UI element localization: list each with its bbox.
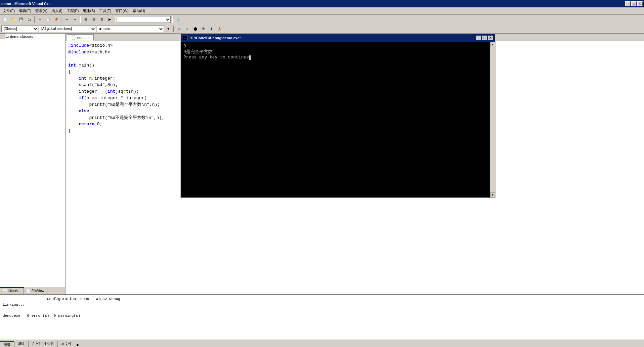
- console-title-text: ▪ "E:\Code\C\Debug\demo.exe": [183, 36, 476, 40]
- console-scrollbar: ▲ ▼: [490, 42, 495, 198]
- folder-icon: 🗂: [5, 35, 9, 39]
- sep6: [173, 26, 174, 32]
- tree-item-demo-classes[interactable]: + 🗂 demo classes: [1, 34, 64, 39]
- tab-fileview[interactable]: 📄 FileView: [24, 287, 47, 294]
- app-title: demo - Microsoft Visual C++: [1, 2, 625, 6]
- main-dropdown[interactable]: ◆ main: [97, 26, 164, 32]
- cut-button[interactable]: ✂: [36, 16, 44, 23]
- sep5: [172, 16, 173, 23]
- menu-insert[interactable]: 插入(I): [49, 8, 64, 14]
- save-all-button[interactable]: 🗂: [26, 16, 33, 23]
- console-scroll-up[interactable]: ▲: [490, 42, 495, 47]
- copy-button[interactable]: 📋: [44, 16, 52, 23]
- stop-btn[interactable]: ⊠: [98, 16, 105, 23]
- output-panel: --------------------Configuration: demo …: [0, 294, 644, 340]
- cursor: [249, 55, 251, 60]
- sep4: [115, 16, 116, 23]
- minimize-button[interactable]: _: [625, 1, 631, 6]
- class-tree: + 🗂 demo classes: [0, 34, 65, 287]
- menu-help[interactable]: 帮助(H): [131, 8, 147, 14]
- console-body: 9 9是完全平方数 Press any key to continue ▲ ▼: [181, 42, 495, 198]
- menu-bar: 文件(F) 编辑(E) 查看(V) 插入(I) 工程(P) 组建(B) 工具(T…: [0, 7, 644, 15]
- globals-dropdown[interactable]: [Globals]: [1, 26, 38, 32]
- run-btn[interactable]: 🏃: [216, 25, 223, 33]
- title-bar: demo - Microsoft Visual C++ _ □ ✕: [0, 0, 644, 7]
- console-window: ▪ "E:\Code\C\Debug\demo.exe" _ □ ✕ 9 9是完…: [180, 34, 496, 198]
- dropdown-arrow-btn[interactable]: ▼: [165, 25, 172, 33]
- console-line-3: Press any key to continue: [183, 55, 487, 60]
- console-scroll-down[interactable]: ▼: [490, 192, 495, 198]
- back-nav-btn[interactable]: ◁: [175, 25, 183, 33]
- paste-button[interactable]: 📌: [52, 16, 60, 23]
- redo-button[interactable]: ↪: [71, 16, 79, 23]
- tab-find1[interactable]: 在文件1中查找: [28, 341, 58, 347]
- left-panel-tabs: 📊 ClassV... 📄 FileView: [0, 287, 65, 294]
- console-title-bar: ▪ "E:\Code\C\Debug\demo.exe" _ □ ✕: [181, 34, 495, 42]
- console-close-btn[interactable]: ✕: [488, 36, 493, 40]
- output-line-1: --------------------Configuration: demo …: [3, 296, 641, 302]
- watch-btn[interactable]: 👁: [200, 25, 207, 33]
- console-minimize-btn[interactable]: _: [476, 36, 481, 40]
- step-btn[interactable]: ↡: [208, 25, 215, 33]
- console-app-icon: ▪: [183, 36, 187, 40]
- title-bar-buttons: _ □ ✕: [625, 1, 643, 6]
- members-dropdown[interactable]: [All global members]: [39, 26, 96, 32]
- tab-arrow[interactable]: ▶: [77, 343, 79, 347]
- console-line-2: 9是完全平方数: [183, 49, 487, 55]
- sep1: [34, 16, 35, 23]
- breakpoint-btn[interactable]: ⬤: [191, 25, 199, 33]
- toolbar1: 📄 📂 💾 🗂 ✂ 📋 📌 ↩ ↪ ⊞ ⊟ ⊠ ▶ 🔍: [0, 15, 644, 24]
- open-button[interactable]: 📂: [9, 16, 17, 23]
- console-title-label: "E:\Code\C\Debug\demo.exe": [189, 36, 241, 40]
- tab-find2[interactable]: 在文件: [58, 341, 75, 347]
- menu-tools[interactable]: 工具(T): [97, 8, 113, 14]
- build-btn[interactable]: ⊞: [82, 16, 89, 23]
- editor-tab-demo[interactable]: 📄 demo.c: [67, 34, 94, 41]
- menu-window[interactable]: 窗口(W): [113, 8, 131, 14]
- maximize-button[interactable]: □: [631, 1, 637, 6]
- console-maximize-btn[interactable]: □: [482, 36, 487, 40]
- console-line-1: 9: [183, 44, 487, 49]
- tab-classview[interactable]: 📊 ClassV...: [0, 287, 24, 294]
- undo-button[interactable]: ↩: [63, 16, 71, 23]
- menu-build[interactable]: 组建(B): [81, 8, 97, 14]
- save-button[interactable]: 💾: [17, 16, 25, 23]
- close-button[interactable]: ✕: [637, 1, 643, 6]
- config-dropdown[interactable]: [117, 16, 171, 23]
- console-title-buttons: _ □ ✕: [476, 36, 493, 40]
- file-icon: 📄: [71, 35, 76, 40]
- resize-handle[interactable]: [0, 34, 5, 39]
- menu-view[interactable]: 查看(V): [33, 8, 50, 14]
- tree-label: demo classes: [10, 35, 33, 39]
- rebuild-btn[interactable]: ⊟: [90, 16, 97, 23]
- menu-file[interactable]: 文件(F): [1, 8, 17, 14]
- forward-nav-btn[interactable]: ▷: [183, 25, 191, 33]
- console-scroll-track[interactable]: [490, 47, 495, 192]
- debug-btn[interactable]: ▶: [106, 16, 114, 23]
- sep3: [80, 16, 81, 23]
- output-line-2: Linking...: [3, 302, 641, 308]
- menu-project[interactable]: 工程(P): [65, 8, 81, 14]
- main-area: + 🗂 demo classes 📊 ClassV... 📄 FileView …: [0, 34, 644, 294]
- sep2: [61, 16, 62, 23]
- new-button[interactable]: 📄: [1, 16, 9, 23]
- find-in-files-btn[interactable]: 🔍: [174, 16, 181, 23]
- toolbar2: [Globals] [All global members] ◆ main ▼ …: [0, 24, 644, 34]
- tab-debug[interactable]: 调试: [14, 341, 28, 347]
- fileview-icon: 📄: [27, 289, 31, 293]
- tab-label: demo.c: [77, 36, 89, 40]
- output-line-4: demo.exe - 0 error(s), 0 warning(s): [3, 313, 641, 319]
- output-line-3: [3, 307, 641, 313]
- classview-icon: 📊: [3, 289, 7, 293]
- output-tabs: 组建 调试 在文件1中查找 在文件 ▶: [0, 340, 644, 347]
- tab-build[interactable]: 组建: [0, 341, 14, 347]
- left-panel: + 🗂 demo classes 📊 ClassV... 📄 FileView: [0, 34, 66, 294]
- console-output[interactable]: 9 9是完全平方数 Press any key to continue: [181, 42, 490, 198]
- menu-edit[interactable]: 编辑(E): [17, 8, 33, 14]
